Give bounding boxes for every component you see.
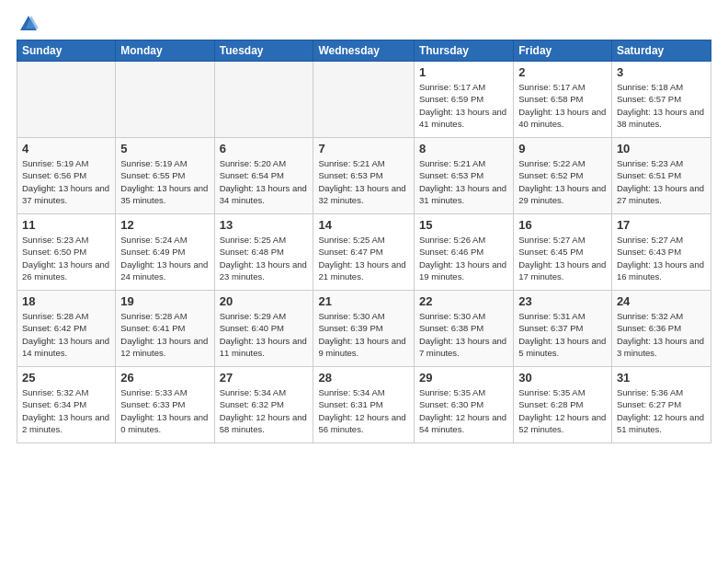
calendar-day-cell: 25Sunrise: 5:32 AM Sunset: 6:34 PM Dayli… — [17, 367, 116, 443]
day-info: Sunrise: 5:20 AM Sunset: 6:54 PM Dayligh… — [220, 157, 309, 206]
calendar-header-row: SundayMondayTuesdayWednesdayThursdayFrid… — [17, 40, 711, 62]
logo-icon — [18, 14, 39, 34]
calendar-day-cell — [17, 62, 116, 138]
day-info: Sunrise: 5:25 AM Sunset: 6:48 PM Dayligh… — [220, 234, 309, 282]
day-number: 19 — [120, 294, 209, 308]
weekday-header: Friday — [514, 40, 612, 62]
day-info: Sunrise: 5:23 AM Sunset: 6:50 PM Dayligh… — [22, 234, 110, 282]
calendar-day-cell: 6Sunrise: 5:20 AM Sunset: 6:54 PM Daylig… — [214, 138, 313, 214]
day-info: Sunrise: 5:36 AM Sunset: 6:27 PM Dayligh… — [617, 386, 706, 435]
day-info: Sunrise: 5:26 AM Sunset: 6:46 PM Dayligh… — [419, 234, 508, 282]
calendar-day-cell: 31Sunrise: 5:36 AM Sunset: 6:27 PM Dayli… — [611, 367, 711, 443]
calendar-week-row: 25Sunrise: 5:32 AM Sunset: 6:34 PM Dayli… — [17, 367, 711, 443]
calendar-day-cell: 26Sunrise: 5:33 AM Sunset: 6:33 PM Dayli… — [116, 367, 214, 443]
day-number: 12 — [120, 218, 209, 232]
day-number: 9 — [518, 142, 607, 155]
day-info: Sunrise: 5:18 AM Sunset: 6:57 PM Dayligh… — [617, 81, 706, 130]
weekday-header: Monday — [116, 40, 214, 62]
day-number: 23 — [518, 294, 607, 308]
calendar-day-cell: 5Sunrise: 5:19 AM Sunset: 6:55 PM Daylig… — [116, 138, 214, 214]
calendar-day-cell: 16Sunrise: 5:27 AM Sunset: 6:45 PM Dayli… — [514, 214, 612, 291]
day-info: Sunrise: 5:25 AM Sunset: 6:47 PM Dayligh… — [318, 234, 409, 282]
day-number: 2 — [518, 65, 607, 79]
day-number: 27 — [220, 371, 309, 385]
day-info: Sunrise: 5:29 AM Sunset: 6:40 PM Dayligh… — [220, 310, 309, 359]
weekday-header: Tuesday — [214, 40, 313, 62]
day-number: 30 — [518, 371, 607, 385]
day-number: 7 — [318, 142, 409, 155]
day-number: 21 — [318, 294, 409, 308]
calendar-day-cell: 7Sunrise: 5:21 AM Sunset: 6:53 PM Daylig… — [313, 138, 415, 214]
day-info: Sunrise: 5:24 AM Sunset: 6:49 PM Dayligh… — [120, 234, 209, 282]
calendar-day-cell: 9Sunrise: 5:22 AM Sunset: 6:52 PM Daylig… — [514, 138, 612, 214]
calendar-day-cell: 4Sunrise: 5:19 AM Sunset: 6:56 PM Daylig… — [17, 138, 116, 214]
day-number: 15 — [419, 218, 508, 232]
calendar-day-cell: 19Sunrise: 5:28 AM Sunset: 6:41 PM Dayli… — [116, 291, 214, 367]
calendar-day-cell: 18Sunrise: 5:28 AM Sunset: 6:42 PM Dayli… — [17, 291, 116, 367]
calendar-week-row: 11Sunrise: 5:23 AM Sunset: 6:50 PM Dayli… — [17, 214, 711, 291]
calendar-day-cell — [214, 62, 313, 138]
day-number: 25 — [22, 371, 110, 385]
day-number: 8 — [419, 142, 508, 155]
calendar-day-cell: 17Sunrise: 5:27 AM Sunset: 6:43 PM Dayli… — [611, 214, 711, 291]
day-info: Sunrise: 5:31 AM Sunset: 6:37 PM Dayligh… — [518, 310, 607, 359]
day-info: Sunrise: 5:34 AM Sunset: 6:32 PM Dayligh… — [220, 386, 309, 435]
day-number: 6 — [220, 142, 309, 155]
weekday-header: Thursday — [414, 40, 513, 62]
calendar-day-cell: 8Sunrise: 5:21 AM Sunset: 6:53 PM Daylig… — [414, 138, 513, 214]
day-number: 20 — [220, 294, 309, 308]
calendar-day-cell: 15Sunrise: 5:26 AM Sunset: 6:46 PM Dayli… — [414, 214, 513, 291]
calendar-day-cell: 24Sunrise: 5:32 AM Sunset: 6:36 PM Dayli… — [611, 291, 711, 367]
day-info: Sunrise: 5:23 AM Sunset: 6:51 PM Dayligh… — [617, 157, 706, 206]
day-info: Sunrise: 5:27 AM Sunset: 6:45 PM Dayligh… — [518, 234, 607, 282]
day-info: Sunrise: 5:21 AM Sunset: 6:53 PM Dayligh… — [318, 157, 409, 206]
calendar-day-cell: 27Sunrise: 5:34 AM Sunset: 6:32 PM Dayli… — [214, 367, 313, 443]
day-info: Sunrise: 5:34 AM Sunset: 6:31 PM Dayligh… — [318, 386, 409, 435]
calendar-day-cell — [313, 62, 415, 138]
calendar-day-cell: 12Sunrise: 5:24 AM Sunset: 6:49 PM Dayli… — [116, 214, 214, 291]
page: SundayMondayTuesdayWednesdayThursdayFrid… — [0, 0, 728, 563]
day-info: Sunrise: 5:35 AM Sunset: 6:30 PM Dayligh… — [419, 386, 508, 435]
day-number: 11 — [22, 218, 110, 232]
day-number: 28 — [318, 371, 409, 385]
day-info: Sunrise: 5:30 AM Sunset: 6:39 PM Dayligh… — [318, 310, 409, 359]
day-number: 1 — [419, 65, 508, 79]
day-info: Sunrise: 5:28 AM Sunset: 6:41 PM Dayligh… — [120, 310, 209, 359]
calendar-day-cell: 3Sunrise: 5:18 AM Sunset: 6:57 PM Daylig… — [611, 62, 711, 138]
day-number: 24 — [617, 294, 706, 308]
logo — [17, 14, 39, 30]
header — [17, 14, 711, 30]
calendar-day-cell: 1Sunrise: 5:17 AM Sunset: 6:59 PM Daylig… — [414, 62, 513, 138]
calendar-table: SundayMondayTuesdayWednesdayThursdayFrid… — [17, 40, 711, 443]
day-info: Sunrise: 5:17 AM Sunset: 6:58 PM Dayligh… — [518, 81, 607, 130]
day-number: 17 — [617, 218, 706, 232]
weekday-header: Saturday — [611, 40, 711, 62]
calendar-day-cell: 20Sunrise: 5:29 AM Sunset: 6:40 PM Dayli… — [214, 291, 313, 367]
day-info: Sunrise: 5:35 AM Sunset: 6:28 PM Dayligh… — [518, 386, 607, 435]
day-number: 5 — [120, 142, 209, 155]
day-info: Sunrise: 5:27 AM Sunset: 6:43 PM Dayligh… — [617, 234, 706, 282]
calendar-day-cell: 23Sunrise: 5:31 AM Sunset: 6:37 PM Dayli… — [514, 291, 612, 367]
day-number: 13 — [220, 218, 309, 232]
day-info: Sunrise: 5:19 AM Sunset: 6:56 PM Dayligh… — [22, 157, 110, 206]
day-info: Sunrise: 5:33 AM Sunset: 6:33 PM Dayligh… — [120, 386, 209, 435]
calendar-day-cell: 11Sunrise: 5:23 AM Sunset: 6:50 PM Dayli… — [17, 214, 116, 291]
day-info: Sunrise: 5:17 AM Sunset: 6:59 PM Dayligh… — [419, 81, 508, 130]
day-number: 31 — [617, 371, 706, 385]
calendar-day-cell: 14Sunrise: 5:25 AM Sunset: 6:47 PM Dayli… — [313, 214, 415, 291]
calendar-day-cell: 28Sunrise: 5:34 AM Sunset: 6:31 PM Dayli… — [313, 367, 415, 443]
calendar-week-row: 4Sunrise: 5:19 AM Sunset: 6:56 PM Daylig… — [17, 138, 711, 214]
calendar-day-cell: 30Sunrise: 5:35 AM Sunset: 6:28 PM Dayli… — [514, 367, 612, 443]
day-number: 29 — [419, 371, 508, 385]
day-info: Sunrise: 5:28 AM Sunset: 6:42 PM Dayligh… — [22, 310, 110, 359]
calendar-week-row: 1Sunrise: 5:17 AM Sunset: 6:59 PM Daylig… — [17, 62, 711, 138]
day-number: 16 — [518, 218, 607, 232]
calendar-day-cell: 2Sunrise: 5:17 AM Sunset: 6:58 PM Daylig… — [514, 62, 612, 138]
day-info: Sunrise: 5:22 AM Sunset: 6:52 PM Dayligh… — [518, 157, 607, 206]
weekday-header: Sunday — [17, 40, 116, 62]
calendar-day-cell: 13Sunrise: 5:25 AM Sunset: 6:48 PM Dayli… — [214, 214, 313, 291]
day-number: 10 — [617, 142, 706, 155]
calendar-day-cell: 10Sunrise: 5:23 AM Sunset: 6:51 PM Dayli… — [611, 138, 711, 214]
day-info: Sunrise: 5:32 AM Sunset: 6:36 PM Dayligh… — [617, 310, 706, 359]
calendar-day-cell — [116, 62, 214, 138]
